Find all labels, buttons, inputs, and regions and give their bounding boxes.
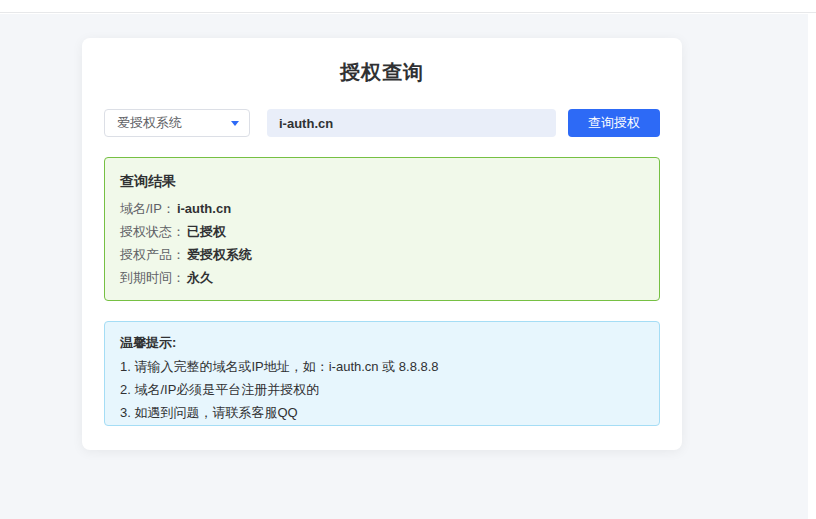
product-select[interactable]: 爱授权系统 xyxy=(104,109,250,137)
result-panel: 查询结果 域名/IP：i-auth.cn 授权状态：已授权 授权产品：爱授权系统… xyxy=(104,157,660,301)
tip-item: 2. 域名/IP必须是平台注册并授权的 xyxy=(120,383,644,397)
query-button[interactable]: 查询授权 xyxy=(568,109,660,137)
result-row-expiry: 到期时间：永久 xyxy=(120,271,644,285)
result-value: 永久 xyxy=(187,270,213,285)
scrollbar-track xyxy=(808,14,816,519)
result-value: 爱授权系统 xyxy=(187,247,252,262)
tips-panel-title: 温馨提示: xyxy=(120,335,644,351)
result-row-status: 授权状态：已授权 xyxy=(120,225,644,239)
tip-item: 3. 如遇到问题，请联系客服QQ xyxy=(120,406,644,420)
domain-input[interactable] xyxy=(267,109,556,137)
chevron-down-icon xyxy=(231,121,239,126)
page-background: 授权查询 爱授权系统 查询授权 查询结果 域名/IP：i-auth.cn 授权状… xyxy=(0,14,808,519)
result-panel-title: 查询结果 xyxy=(120,173,644,189)
result-label: 到期时间： xyxy=(120,270,185,285)
result-row-domain: 域名/IP：i-auth.cn xyxy=(120,202,644,216)
result-row-product: 授权产品：爱授权系统 xyxy=(120,248,644,262)
result-label: 域名/IP： xyxy=(120,201,175,216)
tips-panel: 温馨提示: 1. 请输入完整的域名或IP地址，如：i-auth.cn 或 8.8… xyxy=(104,321,660,426)
top-bar xyxy=(0,0,816,13)
result-value: 已授权 xyxy=(187,224,226,239)
result-value: i-auth.cn xyxy=(177,201,231,216)
result-label: 授权产品： xyxy=(120,247,185,262)
tip-item: 1. 请输入完整的域名或IP地址，如：i-auth.cn 或 8.8.8.8 xyxy=(120,360,644,374)
product-select-value: 爱授权系统 xyxy=(117,114,182,132)
auth-query-card: 授权查询 爱授权系统 查询授权 查询结果 域名/IP：i-auth.cn 授权状… xyxy=(82,38,682,450)
result-label: 授权状态： xyxy=(120,224,185,239)
page-title: 授权查询 xyxy=(104,60,660,84)
query-form: 爱授权系统 查询授权 xyxy=(104,109,660,137)
